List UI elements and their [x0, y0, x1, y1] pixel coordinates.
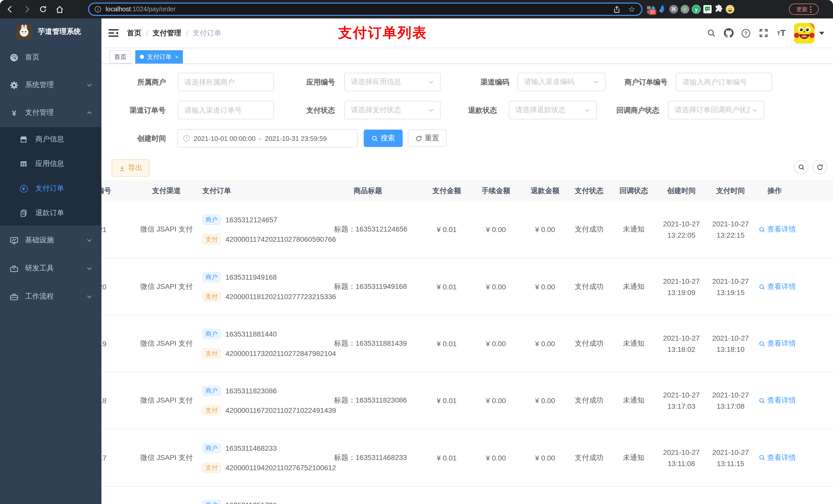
browser-back-icon[interactable]: [4, 0, 16, 19]
tab-close-icon[interactable]: ×: [175, 54, 178, 60]
app-logo-row[interactable]: 芋道管理系统: [0, 22, 101, 42]
sidebar-item-label: 支付管理: [25, 108, 54, 117]
fullscreen-icon[interactable]: [757, 19, 769, 48]
address-bar[interactable]: localhost:1024/pay/order ☆: [88, 3, 642, 16]
bookmark-star-icon[interactable]: ☆: [628, 5, 635, 14]
gear-icon: [10, 81, 19, 89]
export-button[interactable]: 导出: [112, 159, 149, 177]
header-search-icon[interactable]: [705, 19, 717, 48]
cell-pay-order: 支付 4200001194202110276752100612: [203, 462, 336, 473]
toggle-search-button[interactable]: [794, 160, 808, 174]
search-icon: [759, 397, 765, 404]
filter-label: 创建时间: [101, 129, 166, 147]
share-icon[interactable]: [613, 5, 620, 13]
browser-forward-icon[interactable]: [21, 0, 33, 19]
extension-vue-icon[interactable]: y: [692, 5, 701, 14]
export-label: 导出: [128, 163, 142, 173]
cell-id: 21: [101, 225, 133, 234]
cell-id: 19: [101, 340, 133, 348]
extension-badge: 10: [648, 9, 656, 15]
view-detail-link[interactable]: 查看详情: [744, 396, 810, 405]
tab-active-dot: [140, 55, 144, 59]
select-placeholder: 请选择退款状态: [515, 105, 582, 115]
view-detail-link[interactable]: 查看详情: [744, 453, 810, 462]
view-detail-link[interactable]: 查看详情: [744, 225, 810, 234]
sidebar-item-label: 系统管理: [25, 80, 54, 90]
extension-chat-icon[interactable]: [703, 5, 712, 14]
pay-tag: 支付: [203, 405, 221, 415]
cell-id: 20: [101, 283, 133, 291]
sidebar-item-label: 退款订单: [35, 209, 64, 218]
pay-order-no: 4200001194202110276752100612: [225, 463, 336, 472]
view-detail-link[interactable]: 查看详情: [744, 282, 810, 291]
tab-home[interactable]: 首页: [110, 50, 131, 64]
refresh-icon: [415, 135, 422, 142]
merchant-order-no: 1635312124657: [225, 216, 277, 224]
extensions-puzzle-icon[interactable]: [714, 5, 723, 14]
search-icon: [759, 284, 765, 290]
site-info-icon[interactable]: [94, 6, 101, 13]
view-detail-link[interactable]: 查看详情: [744, 339, 810, 348]
sidebar-item-devtools[interactable]: 研发工具: [0, 254, 101, 283]
cell-title: 标题：1635311468233: [334, 453, 407, 462]
pay-order-no: 4200001173202110272847982104: [225, 349, 336, 358]
tab-pay-order[interactable]: 支付订单 ×: [135, 50, 183, 64]
browser-reload-icon[interactable]: [37, 0, 49, 19]
avatar[interactable]: [794, 23, 814, 44]
col-header-order: 支付订单: [203, 180, 231, 201]
sidebar-item-label: 首页: [25, 53, 40, 62]
merchant-tag: 商户: [203, 443, 221, 453]
extension-command-icon[interactable]: ⌘: [669, 5, 678, 14]
merchant-order-no: 1635311949168: [225, 273, 277, 281]
briefcase-icon: [10, 292, 19, 301]
sidebar-item-payment[interactable]: ¥ 支付管理: [0, 98, 101, 127]
reset-button[interactable]: 重置: [408, 129, 447, 147]
merchant-order-no-input[interactable]: [676, 73, 772, 91]
github-icon[interactable]: [722, 19, 735, 48]
search-icon: [759, 340, 765, 347]
browser-update-button[interactable]: 更新: [789, 4, 819, 15]
help-icon[interactable]: ?: [740, 19, 752, 48]
sidebar-item-infra[interactable]: 基础设施: [0, 226, 101, 255]
chevron-down-icon: [752, 107, 758, 113]
table-header: 编号 支付渠道 支付订单 商品标题 支付金额 手续金额 退款金额 支付状态 回调…: [101, 180, 833, 201]
sidebar-item-workflow[interactable]: 工作流程: [0, 282, 101, 311]
sidebar-item-app-info[interactable]: 应用信息: [0, 152, 101, 176]
sidebar-item-pay-order[interactable]: ¥ 支付订单: [0, 176, 101, 201]
extension-record-icon[interactable]: [680, 5, 690, 14]
sidebar-item-system[interactable]: 系统管理: [0, 71, 101, 99]
toolbox-icon: [10, 264, 19, 273]
tab-label: 首页: [114, 52, 126, 61]
breadcrumb-pay-mgmt[interactable]: 支付管理: [153, 28, 181, 38]
merchant-order-no: 1635311823086: [225, 387, 277, 395]
notify-status-select[interactable]: 请选择订单回调商户状态: [668, 101, 764, 119]
sidebar-item-merchant-info[interactable]: 商户信息: [0, 127, 101, 152]
extension-emoji-icon[interactable]: [725, 5, 735, 14]
create-time-range-picker[interactable]: 2021-10-01 00:00:00 - 2021-10-31 23:59:5…: [177, 129, 358, 147]
filter-label: 应用编号: [258, 73, 335, 91]
yen-icon: ¥: [10, 108, 19, 117]
app-id-select[interactable]: 请选择应用信息: [344, 73, 441, 91]
refresh-table-button[interactable]: [812, 160, 827, 174]
browser-home-icon[interactable]: [53, 0, 66, 19]
cell-merchant-order: 商户 1635311468233: [203, 443, 277, 453]
view-detail-label: 查看详情: [767, 339, 796, 348]
sidebar-collapse-icon[interactable]: [105, 19, 121, 48]
search-button[interactable]: 搜索: [364, 129, 403, 147]
col-header-title: 商品标题: [337, 180, 399, 201]
breadcrumb-separator: /: [186, 29, 188, 37]
avatar-caret-icon[interactable]: [818, 19, 826, 48]
breadcrumb-home[interactable]: 首页: [127, 28, 141, 38]
sidebar-item-home[interactable]: 首页: [0, 43, 101, 72]
table-row: 19 微信 JSAPI 支付 商户 1635311881440 支付 42000…: [101, 315, 833, 373]
yen-circle-icon: ¥: [20, 184, 28, 193]
table-row: 21 微信 JSAPI 支付 商户 1635312124657 支付 42000…: [101, 201, 833, 259]
sidebar-item-label: 支付订单: [35, 184, 64, 193]
app-title: 芋道管理系统: [38, 27, 81, 37]
extension-sail-icon[interactable]: [658, 5, 667, 14]
sidebar-item-refund-order[interactable]: 退款订单: [0, 201, 101, 225]
monitor-icon: [10, 236, 19, 245]
select-placeholder: 请选择应用信息: [351, 77, 426, 87]
font-size-icon[interactable]: TT: [774, 19, 788, 48]
view-detail-label: 查看详情: [767, 282, 796, 291]
